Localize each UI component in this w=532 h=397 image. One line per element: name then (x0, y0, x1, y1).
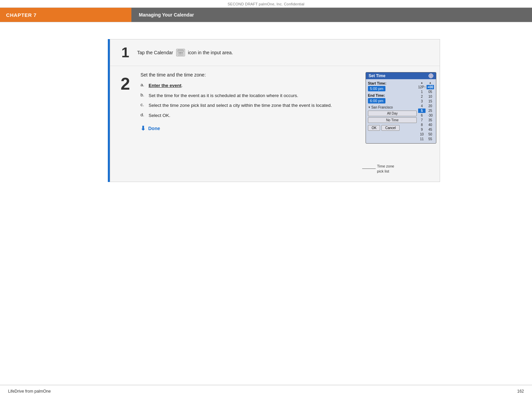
section-title: Managing Your Calendar (139, 12, 194, 18)
sub-step-d-text: Select OK. (149, 112, 359, 119)
sub-step-a: a. Enter the event. (140, 82, 359, 89)
step-1-content: Tap the Calendar icon in the input area (137, 49, 233, 56)
section-title-block: Managing Your Calendar (131, 8, 532, 22)
sub-step-c: c. Select the time zone pick list and se… (140, 102, 359, 109)
header-bar: CHAPTER 7 Managing Your Calendar (0, 7, 532, 22)
hour-11: 11 (418, 137, 426, 141)
footer-left: LifeDrive from palmOne (8, 389, 51, 394)
min-10: 10 (427, 94, 434, 99)
hour-6: 6 (418, 113, 426, 118)
hour-12p: 12P↑ (418, 85, 426, 89)
timezone-value: San Francisco (371, 105, 393, 109)
done-label: Done (148, 126, 160, 131)
min-05: 05 (427, 90, 434, 94)
footer-right: 162 (517, 389, 524, 394)
step-1-number: 1 (114, 45, 137, 60)
sub-step-c-text: Select the time zone pick list and selec… (149, 102, 359, 109)
dialog-titlebar: Set Time i (366, 72, 436, 79)
hour-5-selected[interactable]: 5 (418, 109, 426, 113)
svg-rect-1 (178, 50, 184, 52)
step-1-text-before: Tap the Calendar (137, 50, 173, 55)
hours-arrow-up[interactable]: ▲ (418, 81, 426, 85)
dialog-btn-row: OK Cancel (368, 125, 417, 131)
watermark: SECOND DRAFT palmOne, Inc. Confidential (0, 0, 532, 7)
sub-step-a-label: a. (140, 82, 147, 87)
footer: LifeDrive from palmOne 162 (0, 385, 532, 397)
sub-step-b-label: b. (140, 92, 147, 97)
chapter-label-block: CHAPTER 7 (0, 8, 131, 22)
sub-step-b-text: Set the time for the event as it is sche… (149, 92, 359, 99)
sub-step-a-text: Enter the event. (149, 82, 359, 89)
timezone-label-container: Time zonepick list (362, 164, 394, 174)
hours-column: ▲ 12P↑ 1 2 3 4 5 6 7 8 9 (418, 81, 426, 141)
step-2-heading: Set the time and the time zone: (140, 72, 359, 78)
sub-step-d: d. Select OK. (140, 112, 359, 119)
min-25: 25 (427, 109, 434, 113)
dialog-left-fields: Start Time: 5:00 pm End Time: 6:00 pm ▼ … (368, 81, 417, 141)
main-content: 1 Tap the Calendar icon (0, 22, 532, 182)
hour-9: 9 (418, 127, 426, 132)
dialog-timezone[interactable]: ▼ San Francisco (368, 105, 417, 109)
dialog-title: Set Time (369, 73, 385, 78)
sub-step-d-label: d. (140, 112, 147, 117)
step-1-text-after: icon in the input area. (188, 50, 233, 55)
sub-steps-list: a. Enter the event. b. Set the time for … (140, 82, 359, 119)
start-time-value[interactable]: 5:00 pm (368, 86, 385, 91)
svg-rect-7 (182, 54, 183, 54)
hour-3: 3 (418, 99, 426, 103)
svg-rect-2 (179, 52, 180, 53)
step-2-row: 2 Set the time and the time zone: a. Ent… (110, 66, 440, 182)
hour-2: 2 (418, 94, 426, 99)
calendar-icon (176, 49, 185, 56)
hour-1: 1 (418, 90, 426, 94)
ok-button[interactable]: OK (368, 125, 380, 131)
minutes-column: ▲ +00 05 10 15 20 25 ·30 35 40 45 (427, 81, 434, 141)
hour-8: 8 (418, 123, 426, 127)
svg-rect-3 (180, 52, 181, 53)
svg-rect-5 (179, 54, 180, 54)
step2-right: Set Time i Start Time: 5:00 pm End Time:… (359, 72, 436, 174)
timezone-label: Time zonepick list (377, 164, 394, 174)
min-50: 50 (427, 132, 434, 136)
minutes-arrow-up[interactable]: ▲ (427, 81, 434, 85)
min-45: 45 (427, 127, 434, 132)
svg-rect-6 (180, 54, 181, 54)
svg-rect-4 (182, 52, 183, 53)
chapter-label: CHAPTER 7 (6, 12, 36, 18)
step-1-row: 1 Tap the Calendar icon (110, 39, 440, 66)
dropdown-arrow-icon: ▼ (368, 106, 371, 109)
step-2-number: 2 (114, 72, 137, 92)
timezone-line (362, 169, 376, 169)
done-arrow-icon: ⬇ (140, 125, 146, 132)
min-35: 35 (427, 118, 434, 122)
min-00-selected[interactable]: +00 (427, 85, 434, 89)
dialog-number-cols: ▲ 12P↑ 1 2 3 4 5 6 7 8 9 (418, 81, 434, 141)
hour-10: 10 (418, 132, 426, 136)
enter-event-link[interactable]: Enter the event (149, 83, 182, 88)
min-15: 15 (427, 99, 434, 103)
step-2-content: Set the time and the time zone: a. Enter… (137, 72, 359, 174)
start-time-label: Start Time: (368, 81, 417, 85)
sub-step-b: b. Set the time for the event as it is s… (140, 92, 359, 99)
allday-button[interactable]: All Day (368, 111, 417, 116)
hour-4: 4 (418, 104, 426, 108)
min-40: 40 (427, 123, 434, 127)
info-icon[interactable]: i (429, 73, 433, 78)
min-30: ·30 (427, 113, 434, 118)
min-20: 20 (427, 104, 434, 108)
end-time-label: End Time: (368, 93, 417, 97)
steps-container: 1 Tap the Calendar icon (110, 39, 440, 182)
notime-button[interactable]: No Time (368, 117, 417, 123)
hour-7: 7 (418, 118, 426, 122)
sub-step-c-label: c. (140, 102, 147, 107)
dialog-body: Start Time: 5:00 pm End Time: 6:00 pm ▼ … (366, 79, 436, 143)
done-row: ⬇ Done (140, 125, 359, 132)
min-55: 55 (427, 137, 434, 141)
set-time-dialog: Set Time i Start Time: 5:00 pm End Time:… (366, 72, 436, 144)
calendar-icon-svg (177, 50, 184, 56)
end-time-value[interactable]: 6:00 pm (368, 98, 385, 103)
cancel-button[interactable]: Cancel (381, 125, 399, 131)
